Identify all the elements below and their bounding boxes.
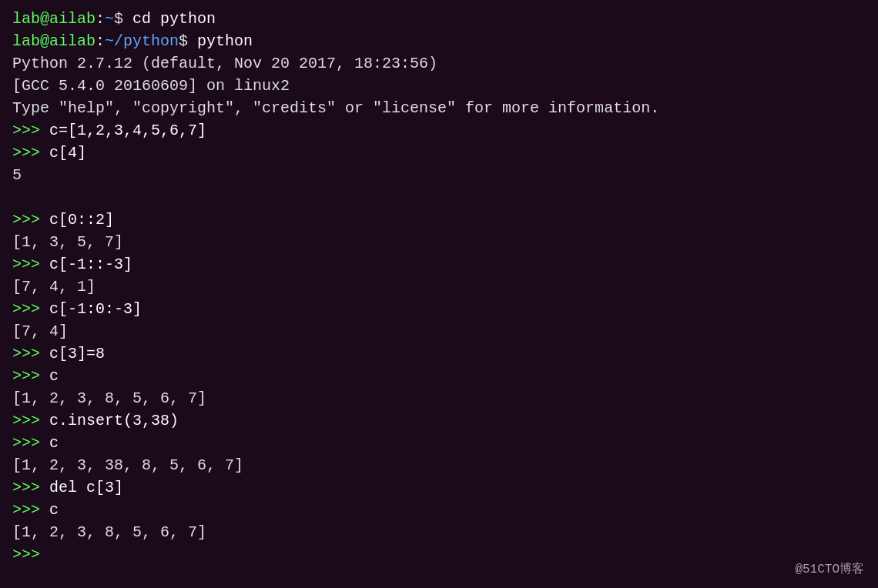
repl-line-3: >>> c[0::2] — [12, 209, 866, 231]
gcc-info: [GCC 5.4.0 20160609] on linux2 — [12, 75, 866, 97]
output-slice3: [7, 4] — [12, 320, 866, 342]
repl-line-5: >>> c[-1:0:-3] — [12, 298, 866, 320]
prompt-path: ~ — [105, 10, 114, 28]
repl-line-empty[interactable]: >>> — [12, 543, 866, 566]
watermark: @51CTO博客 — [795, 561, 864, 579]
output-c3: [1, 2, 3, 8, 5, 6, 7] — [12, 521, 866, 543]
python-version: Python 2.7.12 (default, Nov 20 2017, 18:… — [12, 52, 866, 75]
terminal-line-2: lab@ailab:~/python$ python — [12, 30, 866, 52]
terminal-line-1: lab@ailab:~$ cd python — [12, 8, 866, 30]
repl-line-10: >>> del c[3] — [12, 476, 866, 499]
cmd-cd: cd python — [132, 10, 216, 28]
output-slice2: [7, 4, 1] — [12, 276, 866, 298]
repl-line-2: >>> c[4] — [12, 142, 866, 164]
repl-line-6: >>> c[3]=8 — [12, 342, 866, 365]
repl-line-11: >>> c — [12, 499, 866, 521]
help-msg: Type "help", "copyright", "credits" or "… — [12, 97, 866, 119]
prompt-user: lab@ailab — [12, 10, 96, 28]
terminal-window: lab@ailab:~$ cd python lab@ailab:~/pytho… — [0, 0, 878, 588]
repl-line-4: >>> c[-1::-3] — [12, 253, 866, 276]
output-c1: [1, 2, 3, 8, 5, 6, 7] — [12, 387, 866, 409]
blank-line — [12, 186, 866, 209]
cmd-python: python — [197, 32, 253, 50]
repl-line-8: >>> c.insert(3,38) — [12, 409, 866, 432]
output-c2: [1, 2, 3, 38, 8, 5, 6, 7] — [12, 454, 866, 476]
prompt-path-2: ~/python — [105, 32, 179, 50]
repl-line-7: >>> c — [12, 365, 866, 387]
repl-line-1: >>> c=[1,2,3,4,5,6,7] — [12, 119, 866, 142]
output-5: 5 — [12, 164, 866, 186]
output-slice1: [1, 3, 5, 7] — [12, 231, 866, 253]
repl-line-9: >>> c — [12, 432, 866, 454]
prompt-user-2: lab@ailab — [12, 32, 96, 50]
